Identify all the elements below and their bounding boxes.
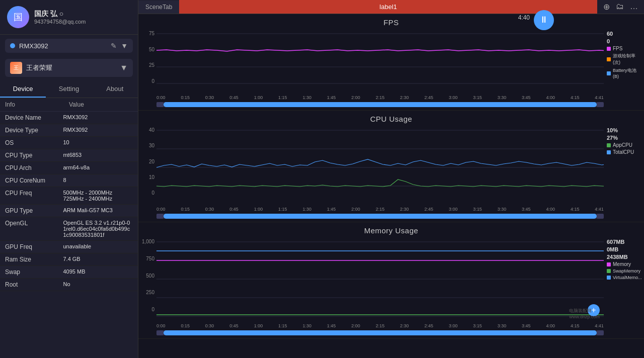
device-actions: ✎ ▼ bbox=[111, 42, 128, 50]
info-table-row: CPU CoreNum 8 bbox=[0, 174, 138, 187]
memory-chart-section: Memory Usage 1,000 750 500 250 0 bbox=[138, 222, 644, 339]
fps-y-axis: 75 50 25 0 bbox=[138, 29, 156, 94]
avatar: 国 bbox=[7, 6, 29, 28]
memory-scroll-thumb[interactable] bbox=[164, 330, 597, 335]
memory-value-3: 2438MB bbox=[607, 254, 641, 260]
memory-y-axis: 1,000 750 500 250 0 bbox=[138, 237, 156, 322]
info-table-row: OpenGL OpenGL ES 3.2 v1.r21p0-01rel0.d6e… bbox=[0, 217, 138, 241]
fps-chart-title: FPS bbox=[138, 18, 644, 27]
memory-value-1: 607MB bbox=[607, 239, 641, 245]
cpu-scrollbar-track[interactable] bbox=[156, 214, 604, 219]
sidebar: 国 国庆 弘 ○ 943794758@qq.com RMX3092 ✎ ▼ 王 … bbox=[0, 0, 138, 358]
memory-scroll-left[interactable] bbox=[156, 330, 164, 335]
cpu-legend-total: TotalCPU bbox=[607, 149, 641, 155]
fps-scrollbar-track[interactable] bbox=[156, 102, 604, 107]
info-row-key: GPU Type bbox=[5, 207, 63, 214]
user-email: 943794758@qq.com bbox=[34, 19, 86, 25]
tab-device[interactable]: Device bbox=[0, 81, 46, 98]
info-row-key: Device Name bbox=[5, 114, 63, 121]
cpu-legend-app: AppCPU bbox=[607, 142, 641, 148]
info-table-row: GPU Type ARM Mali-G57 MC3 bbox=[0, 205, 138, 217]
fps-svg bbox=[156, 29, 604, 94]
memory-legend-virtual: VirtualMemo... bbox=[607, 275, 641, 280]
sidebar-tabs: Device Setting About bbox=[0, 81, 138, 98]
fps-legend: 60 0 FPS 游戏绘制率(次) Battery电池(B) bbox=[604, 29, 644, 94]
tab-setting[interactable]: Setting bbox=[46, 81, 92, 98]
edit-icon[interactable]: ✎ bbox=[111, 42, 117, 50]
location-icon[interactable]: ⊕ bbox=[603, 2, 610, 12]
scene-tab-bar: SceneTab label1 4:40 ⏸ ⊕ 🗂 … bbox=[138, 0, 644, 14]
user-section: 国 国庆 弘 ○ 943794758@qq.com bbox=[0, 0, 138, 35]
memory-legend-swap: SwapMemory bbox=[607, 268, 641, 274]
game-dropdown-icon[interactable]: ▼ bbox=[120, 63, 128, 72]
game-icon: 王 bbox=[10, 62, 22, 74]
fps-chart-wrapper: 75 50 25 0 bbox=[138, 29, 644, 94]
info-row-key: GPU Freq bbox=[5, 243, 63, 250]
fps-x-axis-container: 0:000:150:300:451:001:151:301:452:002:15… bbox=[138, 94, 644, 101]
header-info-col: Info bbox=[5, 101, 69, 108]
device-selector[interactable]: RMX3092 ✎ ▼ bbox=[5, 39, 133, 53]
game-name: 王者荣耀 bbox=[26, 63, 116, 72]
scene-tab-label[interactable]: SceneTab bbox=[138, 1, 179, 14]
info-row-value: unavailable bbox=[63, 243, 133, 250]
info-row-key: CPU Freq bbox=[5, 190, 63, 202]
cpu-scroll-left[interactable] bbox=[156, 214, 164, 219]
info-row-value: ARM Mali-G57 MC3 bbox=[63, 207, 133, 214]
info-table-row: Swap 4095 MB bbox=[0, 266, 138, 279]
fps-value-2: 0 bbox=[607, 38, 641, 44]
info-row-value: mt6853 bbox=[63, 152, 133, 159]
swap-dot bbox=[607, 269, 611, 273]
cpu-y-axis: 40 30 20 10 0 bbox=[138, 125, 156, 206]
info-row-key: CPU Type bbox=[5, 152, 63, 159]
fps-scroll-thumb[interactable] bbox=[164, 102, 597, 107]
cpu-scroll-thumb[interactable] bbox=[164, 214, 597, 219]
fps-scroll-left[interactable] bbox=[156, 102, 164, 107]
totalcpu-dot bbox=[607, 150, 611, 154]
tab-about[interactable]: About bbox=[92, 81, 138, 98]
memory-scrollbar-track[interactable] bbox=[156, 330, 604, 335]
watermark: 电脑装配网 www.dnzp.com bbox=[569, 308, 600, 320]
virtual-dot bbox=[607, 276, 611, 280]
fps-x-axis: 0:000:150:300:451:001:151:301:452:002:15… bbox=[156, 94, 604, 101]
info-table-row: CPU Type mt6853 bbox=[0, 149, 138, 162]
header-value-col: Value bbox=[69, 101, 133, 108]
active-tab[interactable]: label1 bbox=[179, 0, 597, 14]
device-name: RMX3092 bbox=[19, 42, 107, 50]
info-row-key: Swap bbox=[5, 268, 63, 276]
charts-container: FPS 75 50 25 0 bbox=[138, 14, 644, 358]
cpu-svg bbox=[156, 125, 604, 206]
info-row-key: CPU CoreNum bbox=[5, 177, 63, 184]
info-row-value: RMX3092 bbox=[63, 127, 133, 134]
fps-legend-battery: Battery电池(B) bbox=[607, 67, 641, 79]
info-row-key: OS bbox=[5, 139, 63, 146]
memory-chart-title: Memory Usage bbox=[138, 226, 644, 235]
network-icon[interactable]: … bbox=[630, 2, 638, 12]
info-row-value: 8 bbox=[63, 177, 133, 184]
fps-scroll-right[interactable] bbox=[597, 102, 604, 107]
appcpu-dot bbox=[607, 143, 611, 147]
info-row-value: 7.4 GB bbox=[63, 256, 133, 263]
game-selector[interactable]: 王 王者荣耀 ▼ bbox=[5, 59, 133, 77]
dropdown-icon[interactable]: ▼ bbox=[121, 42, 128, 50]
info-row-value: No bbox=[63, 281, 133, 288]
folder-icon[interactable]: 🗂 bbox=[616, 2, 624, 12]
memory-scrollbar[interactable] bbox=[138, 330, 644, 335]
cpu-chart-area bbox=[156, 125, 604, 206]
fps-scrollbar[interactable] bbox=[138, 102, 644, 107]
info-table-row: Ram Size 7.4 GB bbox=[0, 253, 138, 266]
battery-dot bbox=[607, 71, 611, 75]
fps-legend-render: 游戏绘制率(次) bbox=[607, 53, 641, 66]
cpu-x-axis-container: 0:000:150:300:451:001:151:301:452:002:15… bbox=[138, 206, 644, 213]
render-dot bbox=[607, 57, 611, 61]
memory-scroll-right[interactable] bbox=[597, 330, 604, 335]
cpu-chart-section: CPU Usage 40 30 20 10 0 bbox=[138, 111, 644, 222]
info-row-key: CPU Arch bbox=[5, 164, 63, 171]
fps-chart-section: FPS 75 50 25 0 bbox=[138, 14, 644, 111]
cpu-scroll-right[interactable] bbox=[597, 214, 604, 219]
info-table-row: CPU Arch arm64-v8a bbox=[0, 162, 138, 174]
cpu-chart-wrapper: 40 30 20 10 0 bbox=[138, 125, 644, 206]
cpu-scrollbar[interactable] bbox=[138, 214, 644, 219]
memory-legend-mem: Memory bbox=[607, 261, 641, 267]
info-row-value: OpenGL ES 3.2 v1.r21p0-01rel0.d6ec04c0fa… bbox=[63, 220, 133, 238]
username: 国庆 弘 ○ bbox=[34, 10, 86, 19]
